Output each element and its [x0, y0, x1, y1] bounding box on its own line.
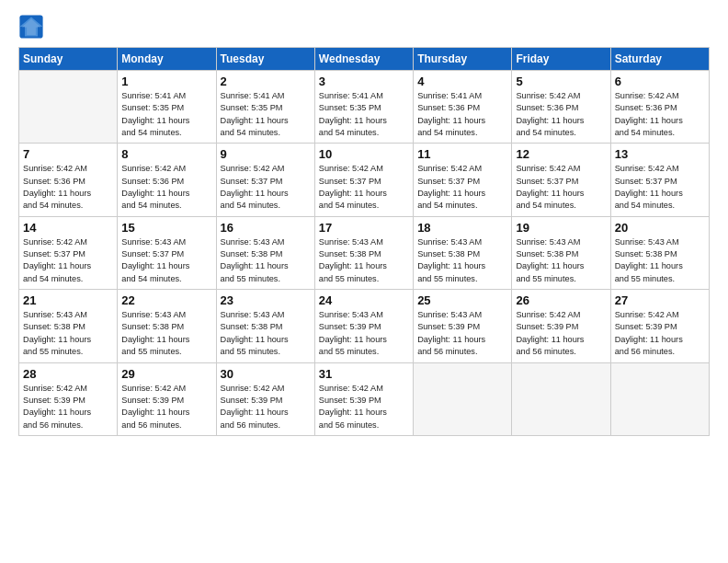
- weekday-friday: Friday: [512, 48, 610, 71]
- week-row-2: 7Sunrise: 5:42 AMSunset: 5:36 PMDaylight…: [19, 144, 710, 216]
- calendar-cell: 17Sunrise: 5:43 AMSunset: 5:38 PMDayligh…: [314, 216, 413, 289]
- sun-info: Sunrise: 5:43 AMSunset: 5:38 PMDaylight:…: [23, 309, 113, 358]
- calendar-page: SundayMondayTuesdayWednesdayThursdayFrid…: [0, 0, 728, 563]
- sun-info: Sunrise: 5:42 AMSunset: 5:37 PMDaylight:…: [516, 163, 606, 212]
- sun-info: Sunrise: 5:42 AMSunset: 5:39 PMDaylight:…: [221, 383, 311, 431]
- day-number: 24: [319, 293, 409, 307]
- calendar-cell: 20Sunrise: 5:43 AMSunset: 5:38 PMDayligh…: [610, 216, 709, 289]
- calendar-cell: [414, 362, 512, 435]
- day-number: 5: [516, 75, 606, 88]
- day-number: 16: [221, 221, 311, 235]
- week-row-4: 21Sunrise: 5:43 AMSunset: 5:38 PMDayligh…: [19, 290, 710, 362]
- calendar-cell: 27Sunrise: 5:42 AMSunset: 5:39 PMDayligh…: [610, 290, 709, 362]
- day-number: 12: [516, 147, 606, 161]
- weekday-saturday: Saturday: [610, 48, 709, 71]
- day-number: 23: [221, 293, 311, 307]
- sun-info: Sunrise: 5:42 AMSunset: 5:37 PMDaylight:…: [23, 236, 113, 285]
- day-number: 21: [23, 293, 113, 307]
- sun-info: Sunrise: 5:43 AMSunset: 5:38 PMDaylight:…: [615, 236, 705, 285]
- logo-icon: [18, 14, 44, 40]
- weekday-wednesday: Wednesday: [314, 48, 413, 71]
- day-number: 14: [23, 221, 113, 235]
- day-number: 17: [319, 221, 409, 235]
- sun-info: Sunrise: 5:42 AMSunset: 5:39 PMDaylight:…: [121, 383, 211, 431]
- calendar-cell: 2Sunrise: 5:41 AMSunset: 5:35 PMDaylight…: [216, 71, 314, 144]
- day-number: 6: [615, 75, 705, 88]
- calendar-cell: 24Sunrise: 5:43 AMSunset: 5:39 PMDayligh…: [314, 290, 413, 362]
- sun-info: Sunrise: 5:41 AMSunset: 5:35 PMDaylight:…: [319, 90, 409, 139]
- day-number: 19: [516, 221, 606, 235]
- calendar-cell: 29Sunrise: 5:42 AMSunset: 5:39 PMDayligh…: [118, 362, 216, 435]
- sun-info: Sunrise: 5:42 AMSunset: 5:37 PMDaylight:…: [417, 163, 507, 212]
- day-number: 3: [319, 75, 409, 88]
- calendar-table: SundayMondayTuesdayWednesdayThursdayFrid…: [18, 47, 710, 436]
- day-number: 2: [221, 75, 311, 88]
- day-number: 30: [221, 367, 311, 381]
- calendar-cell: 10Sunrise: 5:42 AMSunset: 5:37 PMDayligh…: [314, 144, 413, 216]
- day-number: 27: [615, 293, 705, 307]
- week-row-1: 1Sunrise: 5:41 AMSunset: 5:35 PMDaylight…: [19, 71, 710, 144]
- weekday-sunday: Sunday: [19, 48, 118, 71]
- weekday-header-row: SundayMondayTuesdayWednesdayThursdayFrid…: [19, 48, 710, 71]
- day-number: 8: [121, 147, 211, 161]
- calendar-cell: [19, 71, 118, 144]
- calendar-cell: 26Sunrise: 5:42 AMSunset: 5:39 PMDayligh…: [512, 290, 610, 362]
- calendar-cell: 11Sunrise: 5:42 AMSunset: 5:37 PMDayligh…: [414, 144, 512, 216]
- day-number: 1: [121, 75, 211, 88]
- sun-info: Sunrise: 5:43 AMSunset: 5:38 PMDaylight:…: [319, 236, 409, 285]
- calendar-cell: 3Sunrise: 5:41 AMSunset: 5:35 PMDaylight…: [314, 71, 413, 144]
- sun-info: Sunrise: 5:42 AMSunset: 5:36 PMDaylight:…: [516, 90, 606, 139]
- calendar-cell: 12Sunrise: 5:42 AMSunset: 5:37 PMDayligh…: [512, 144, 610, 216]
- calendar-cell: 19Sunrise: 5:43 AMSunset: 5:38 PMDayligh…: [512, 216, 610, 289]
- calendar-cell: 5Sunrise: 5:42 AMSunset: 5:36 PMDaylight…: [512, 71, 610, 144]
- header: [18, 14, 710, 40]
- calendar-cell: 22Sunrise: 5:43 AMSunset: 5:38 PMDayligh…: [118, 290, 216, 362]
- calendar-cell: 15Sunrise: 5:43 AMSunset: 5:37 PMDayligh…: [118, 216, 216, 289]
- sun-info: Sunrise: 5:42 AMSunset: 5:39 PMDaylight:…: [319, 383, 409, 431]
- calendar-cell: 28Sunrise: 5:42 AMSunset: 5:39 PMDayligh…: [19, 362, 118, 435]
- day-number: 26: [516, 293, 606, 307]
- calendar-cell: 8Sunrise: 5:42 AMSunset: 5:36 PMDaylight…: [118, 144, 216, 216]
- day-number: 28: [23, 367, 113, 381]
- calendar-cell: 14Sunrise: 5:42 AMSunset: 5:37 PMDayligh…: [19, 216, 118, 289]
- weekday-monday: Monday: [118, 48, 216, 71]
- calendar-cell: 6Sunrise: 5:42 AMSunset: 5:36 PMDaylight…: [610, 71, 709, 144]
- day-number: 18: [417, 221, 507, 235]
- sun-info: Sunrise: 5:43 AMSunset: 5:38 PMDaylight:…: [221, 236, 311, 285]
- sun-info: Sunrise: 5:42 AMSunset: 5:37 PMDaylight:…: [221, 163, 311, 212]
- sun-info: Sunrise: 5:41 AMSunset: 5:35 PMDaylight:…: [221, 90, 311, 139]
- sun-info: Sunrise: 5:43 AMSunset: 5:38 PMDaylight:…: [221, 309, 311, 358]
- calendar-cell: 7Sunrise: 5:42 AMSunset: 5:36 PMDaylight…: [19, 144, 118, 216]
- calendar-cell: 4Sunrise: 5:41 AMSunset: 5:36 PMDaylight…: [414, 71, 512, 144]
- calendar-cell: [512, 362, 610, 435]
- day-number: 11: [417, 147, 507, 161]
- sun-info: Sunrise: 5:42 AMSunset: 5:37 PMDaylight:…: [615, 163, 705, 212]
- day-number: 7: [23, 147, 113, 161]
- calendar-cell: [610, 362, 709, 435]
- day-number: 10: [319, 147, 409, 161]
- sun-info: Sunrise: 5:41 AMSunset: 5:35 PMDaylight:…: [121, 90, 211, 139]
- sun-info: Sunrise: 5:43 AMSunset: 5:39 PMDaylight:…: [319, 309, 409, 358]
- calendar-cell: 25Sunrise: 5:43 AMSunset: 5:39 PMDayligh…: [414, 290, 512, 362]
- calendar-cell: 21Sunrise: 5:43 AMSunset: 5:38 PMDayligh…: [19, 290, 118, 362]
- calendar-cell: 13Sunrise: 5:42 AMSunset: 5:37 PMDayligh…: [610, 144, 709, 216]
- calendar-cell: 23Sunrise: 5:43 AMSunset: 5:38 PMDayligh…: [216, 290, 314, 362]
- sun-info: Sunrise: 5:43 AMSunset: 5:38 PMDaylight:…: [516, 236, 606, 285]
- week-row-3: 14Sunrise: 5:42 AMSunset: 5:37 PMDayligh…: [19, 216, 710, 289]
- calendar-cell: 9Sunrise: 5:42 AMSunset: 5:37 PMDaylight…: [216, 144, 314, 216]
- sun-info: Sunrise: 5:42 AMSunset: 5:36 PMDaylight:…: [615, 90, 705, 139]
- day-number: 13: [615, 147, 705, 161]
- sun-info: Sunrise: 5:42 AMSunset: 5:36 PMDaylight:…: [121, 163, 211, 212]
- sun-info: Sunrise: 5:42 AMSunset: 5:39 PMDaylight:…: [23, 383, 113, 431]
- calendar-cell: 30Sunrise: 5:42 AMSunset: 5:39 PMDayligh…: [216, 362, 314, 435]
- calendar-cell: 31Sunrise: 5:42 AMSunset: 5:39 PMDayligh…: [314, 362, 413, 435]
- logo: [18, 14, 48, 40]
- sun-info: Sunrise: 5:43 AMSunset: 5:39 PMDaylight:…: [417, 309, 507, 358]
- calendar-cell: 1Sunrise: 5:41 AMSunset: 5:35 PMDaylight…: [118, 71, 216, 144]
- day-number: 25: [417, 293, 507, 307]
- calendar-cell: 16Sunrise: 5:43 AMSunset: 5:38 PMDayligh…: [216, 216, 314, 289]
- day-number: 20: [615, 221, 705, 235]
- sun-info: Sunrise: 5:43 AMSunset: 5:38 PMDaylight:…: [417, 236, 507, 285]
- day-number: 9: [221, 147, 311, 161]
- sun-info: Sunrise: 5:42 AMSunset: 5:39 PMDaylight:…: [615, 309, 705, 358]
